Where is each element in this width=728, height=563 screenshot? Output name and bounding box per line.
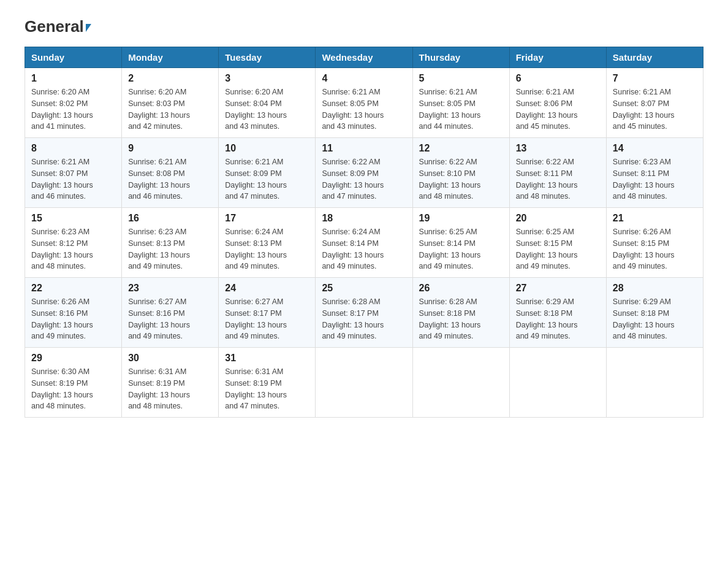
day-cell: 11 Sunrise: 6:22 AMSunset: 8:09 PMDaylig… [316,138,412,208]
day-number: 27 [516,283,600,294]
day-cell: 4 Sunrise: 6:21 AMSunset: 8:05 PMDayligh… [316,68,412,138]
header-cell-saturday: Saturday [606,47,703,68]
day-cell: 3 Sunrise: 6:20 AMSunset: 8:04 PMDayligh… [219,68,316,138]
day-number: 30 [128,353,212,364]
day-cell: 26 Sunrise: 6:28 AMSunset: 8:18 PMDaylig… [412,278,509,348]
day-cell: 23 Sunrise: 6:27 AMSunset: 8:16 PMDaylig… [122,278,219,348]
day-number: 10 [225,143,309,154]
day-cell: 12 Sunrise: 6:22 AMSunset: 8:10 PMDaylig… [412,138,509,208]
day-cell: 29 Sunrise: 6:30 AMSunset: 8:19 PMDaylig… [25,348,122,418]
day-info: Sunrise: 6:24 AMSunset: 8:14 PMDaylight:… [322,228,384,270]
day-number: 7 [613,73,697,84]
week-row-1: 1 Sunrise: 6:20 AMSunset: 8:02 PMDayligh… [25,68,703,138]
day-number: 6 [516,73,600,84]
day-info: Sunrise: 6:31 AMSunset: 8:19 PMDaylight:… [225,367,287,410]
day-number: 1 [31,73,115,84]
day-cell: 18 Sunrise: 6:24 AMSunset: 8:14 PMDaylig… [316,208,412,278]
day-cell: 13 Sunrise: 6:22 AMSunset: 8:11 PMDaylig… [509,138,606,208]
day-info: Sunrise: 6:22 AMSunset: 8:09 PMDaylight:… [322,158,384,201]
day-cell: 14 Sunrise: 6:23 AMSunset: 8:11 PMDaylig… [606,138,703,208]
header-row: SundayMondayTuesdayWednesdayThursdayFrid… [25,47,703,68]
day-number: 18 [322,213,406,224]
header-cell-friday: Friday [509,47,606,68]
calendar-body: 1 Sunrise: 6:20 AMSunset: 8:02 PMDayligh… [25,68,703,418]
day-info: Sunrise: 6:21 AMSunset: 8:07 PMDaylight:… [31,158,93,201]
day-info: Sunrise: 6:21 AMSunset: 8:09 PMDaylight:… [225,158,287,201]
day-info: Sunrise: 6:23 AMSunset: 8:12 PMDaylight:… [31,228,93,270]
day-number: 23 [128,283,212,294]
day-cell: 8 Sunrise: 6:21 AMSunset: 8:07 PMDayligh… [25,138,122,208]
calendar-table: SundayMondayTuesdayWednesdayThursdayFrid… [25,47,703,418]
page-header: General [25,18,703,34]
day-cell: 16 Sunrise: 6:23 AMSunset: 8:13 PMDaylig… [122,208,219,278]
day-cell: 24 Sunrise: 6:27 AMSunset: 8:17 PMDaylig… [219,278,316,348]
day-number: 29 [31,353,115,364]
day-info: Sunrise: 6:23 AMSunset: 8:13 PMDaylight:… [128,228,190,270]
day-cell: 28 Sunrise: 6:29 AMSunset: 8:18 PMDaylig… [606,278,703,348]
day-cell: 30 Sunrise: 6:31 AMSunset: 8:19 PMDaylig… [122,348,219,418]
day-number: 11 [322,143,406,154]
day-number: 12 [419,143,503,154]
calendar-header: SundayMondayTuesdayWednesdayThursdayFrid… [25,47,703,68]
day-info: Sunrise: 6:27 AMSunset: 8:17 PMDaylight:… [225,297,287,340]
day-number: 3 [225,73,309,84]
day-cell: 9 Sunrise: 6:21 AMSunset: 8:08 PMDayligh… [122,138,219,208]
day-cell: 15 Sunrise: 6:23 AMSunset: 8:12 PMDaylig… [25,208,122,278]
day-info: Sunrise: 6:22 AMSunset: 8:11 PMDaylight:… [516,158,578,201]
logo-arrow-icon [86,24,91,32]
day-number: 21 [613,213,697,224]
day-number: 31 [225,353,309,364]
day-info: Sunrise: 6:28 AMSunset: 8:17 PMDaylight:… [322,297,384,340]
day-info: Sunrise: 6:20 AMSunset: 8:03 PMDaylight:… [128,88,190,131]
day-info: Sunrise: 6:26 AMSunset: 8:16 PMDaylight:… [31,297,93,340]
day-cell: 17 Sunrise: 6:24 AMSunset: 8:13 PMDaylig… [219,208,316,278]
logo-general: General [25,18,91,34]
day-info: Sunrise: 6:26 AMSunset: 8:15 PMDaylight:… [613,228,675,270]
day-number: 26 [419,283,503,294]
day-cell: 19 Sunrise: 6:25 AMSunset: 8:14 PMDaylig… [412,208,509,278]
day-info: Sunrise: 6:25 AMSunset: 8:14 PMDaylight:… [419,228,481,270]
day-number: 5 [419,73,503,84]
day-info: Sunrise: 6:24 AMSunset: 8:13 PMDaylight:… [225,228,287,270]
day-info: Sunrise: 6:22 AMSunset: 8:10 PMDaylight:… [419,158,481,201]
day-cell: 2 Sunrise: 6:20 AMSunset: 8:03 PMDayligh… [122,68,219,138]
day-info: Sunrise: 6:23 AMSunset: 8:11 PMDaylight:… [613,158,675,201]
day-cell: 20 Sunrise: 6:25 AMSunset: 8:15 PMDaylig… [509,208,606,278]
day-number: 20 [516,213,600,224]
day-cell: 10 Sunrise: 6:21 AMSunset: 8:09 PMDaylig… [219,138,316,208]
day-cell [412,348,509,418]
day-info: Sunrise: 6:28 AMSunset: 8:18 PMDaylight:… [419,297,481,340]
header-cell-wednesday: Wednesday [316,47,412,68]
day-number: 16 [128,213,212,224]
day-info: Sunrise: 6:27 AMSunset: 8:16 PMDaylight:… [128,297,190,340]
day-number: 14 [613,143,697,154]
day-number: 15 [31,213,115,224]
day-info: Sunrise: 6:31 AMSunset: 8:19 PMDaylight:… [128,367,190,410]
day-info: Sunrise: 6:29 AMSunset: 8:18 PMDaylight:… [516,297,578,340]
logo: General [25,18,91,34]
day-number: 17 [225,213,309,224]
header-cell-thursday: Thursday [412,47,509,68]
day-info: Sunrise: 6:30 AMSunset: 8:19 PMDaylight:… [31,367,93,410]
day-cell: 22 Sunrise: 6:26 AMSunset: 8:16 PMDaylig… [25,278,122,348]
week-row-4: 22 Sunrise: 6:26 AMSunset: 8:16 PMDaylig… [25,278,703,348]
day-cell: 25 Sunrise: 6:28 AMSunset: 8:17 PMDaylig… [316,278,412,348]
header-cell-sunday: Sunday [25,47,122,68]
header-cell-monday: Monday [122,47,219,68]
week-row-2: 8 Sunrise: 6:21 AMSunset: 8:07 PMDayligh… [25,138,703,208]
day-cell: 27 Sunrise: 6:29 AMSunset: 8:18 PMDaylig… [509,278,606,348]
day-info: Sunrise: 6:21 AMSunset: 8:07 PMDaylight:… [613,88,675,131]
week-row-3: 15 Sunrise: 6:23 AMSunset: 8:12 PMDaylig… [25,208,703,278]
day-cell: 6 Sunrise: 6:21 AMSunset: 8:06 PMDayligh… [509,68,606,138]
day-cell: 1 Sunrise: 6:20 AMSunset: 8:02 PMDayligh… [25,68,122,138]
day-cell [316,348,412,418]
week-row-5: 29 Sunrise: 6:30 AMSunset: 8:19 PMDaylig… [25,348,703,418]
day-info: Sunrise: 6:21 AMSunset: 8:06 PMDaylight:… [516,88,578,131]
day-cell [606,348,703,418]
day-number: 2 [128,73,212,84]
day-info: Sunrise: 6:21 AMSunset: 8:08 PMDaylight:… [128,158,190,201]
day-cell: 5 Sunrise: 6:21 AMSunset: 8:05 PMDayligh… [412,68,509,138]
day-info: Sunrise: 6:25 AMSunset: 8:15 PMDaylight:… [516,228,578,270]
day-number: 25 [322,283,406,294]
day-number: 24 [225,283,309,294]
